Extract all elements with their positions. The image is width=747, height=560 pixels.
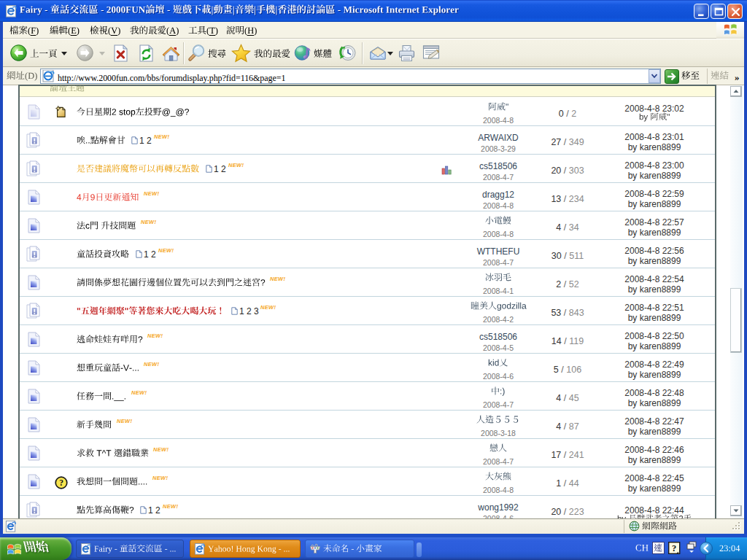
svg-text:?: ? [672,543,676,553]
svg-text:?: ? [59,478,63,487]
